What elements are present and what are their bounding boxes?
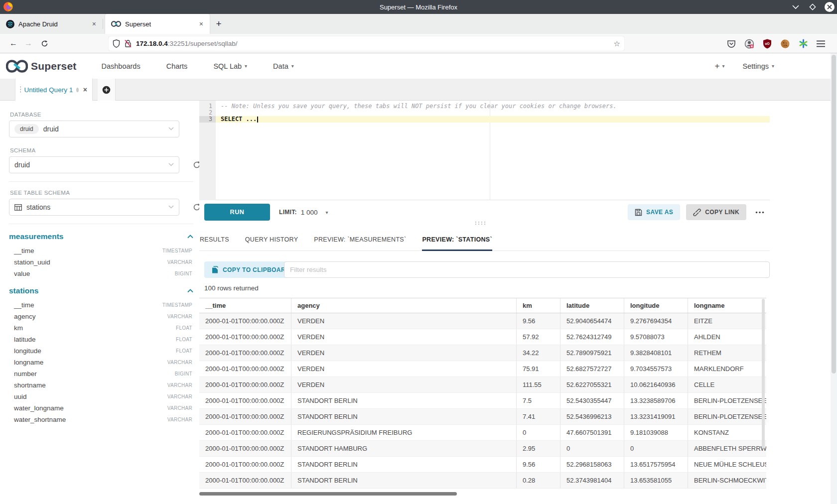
insecure-lock-icon[interactable] xyxy=(124,39,132,48)
forward-button[interactable]: → xyxy=(21,39,36,48)
header-cell[interactable]: __time xyxy=(199,298,291,313)
more-options-button[interactable] xyxy=(752,204,767,220)
page-scrollbar-thumb[interactable] xyxy=(832,55,836,374)
cell-latitude: 52.6227055321 xyxy=(560,377,624,392)
column-type: BIGINT xyxy=(175,371,192,377)
drag-handle-icon[interactable] xyxy=(19,86,21,94)
hamburger-menu-icon[interactable] xyxy=(817,40,825,47)
header-cell[interactable]: km xyxy=(517,298,560,313)
cell-agency: VERDEN xyxy=(291,377,517,392)
window-titlebar: Superset — Mozilla Firefox xyxy=(0,0,837,14)
table-title[interactable]: stations xyxy=(9,286,38,295)
tab-preview-measurements[interactable]: PREVIEW: `MEASUREMENTS` xyxy=(314,228,406,251)
cell-km: 7.41 xyxy=(517,409,560,424)
collapse-chevron-up-icon[interactable] xyxy=(187,289,193,293)
new-dropdown-button[interactable]: +▾ xyxy=(715,61,725,71)
query-tab-close-icon[interactable]: × xyxy=(83,86,87,94)
url-path: :32251/superset/sqllab/ xyxy=(168,40,238,47)
window-close-button[interactable] xyxy=(824,1,835,12)
header-cell[interactable]: longname xyxy=(688,298,766,313)
nav-data[interactable]: Data▾ xyxy=(260,62,307,70)
pocket-icon[interactable] xyxy=(727,39,736,48)
see-table-schema-label: SEE TABLE SCHEMA xyxy=(10,190,193,196)
cell-longitude: 10.0621640936 xyxy=(624,377,688,392)
table-row: 2000-01-01T00:00:00.000Z STANDORT HAMBUR… xyxy=(199,441,766,457)
collapse-chevron-up-icon[interactable] xyxy=(187,235,193,239)
add-query-tab-button[interactable] xyxy=(98,79,116,101)
caret-down-icon: ▾ xyxy=(722,63,725,69)
browser-tab-apache-druid[interactable]: Apache Druid × xyxy=(0,14,103,34)
sql-editor[interactable]: 1 2 3 -- Note: Unless you save your quer… xyxy=(199,101,770,200)
tab-close-icon[interactable]: × xyxy=(198,20,205,28)
cell-longname: MARKLENDORF xyxy=(688,361,766,377)
header-cell[interactable]: agency xyxy=(291,298,517,313)
shield-permissions-icon[interactable] xyxy=(113,39,120,48)
account-icon[interactable] xyxy=(744,39,754,49)
nav-charts[interactable]: Charts xyxy=(153,62,201,70)
table-row: 2000-01-01T00:00:00.000Z VERDEN 111.55 5… xyxy=(199,377,766,393)
link-icon xyxy=(693,208,701,216)
superset-brand[interactable]: Superset xyxy=(31,60,76,72)
divider xyxy=(9,224,193,224)
settings-menu[interactable]: Settings▾ xyxy=(743,62,774,70)
cell-time: 2000-01-01T00:00:00.000Z xyxy=(199,393,291,408)
filter-results-input[interactable] xyxy=(284,261,770,278)
cell-km: 0.28 xyxy=(517,473,560,488)
table-schema-select[interactable]: stations xyxy=(9,199,179,216)
nav-sql-lab[interactable]: SQL Lab▾ xyxy=(200,62,260,70)
new-tab-button[interactable]: + xyxy=(210,14,228,34)
window-minimize-button[interactable] xyxy=(790,1,801,12)
browser-tab-label: Apache Druid xyxy=(18,20,87,28)
column-type: VARCHAR xyxy=(167,314,192,319)
header-cell[interactable]: longitude xyxy=(624,298,688,313)
chevron-down-icon xyxy=(168,163,174,166)
tab-close-icon[interactable]: × xyxy=(91,20,98,28)
url-bar[interactable]: 172.18.0.4:32251/superset/sqllab/ ☆ xyxy=(109,36,624,51)
extension-asterisk-icon[interactable] xyxy=(799,39,808,48)
horizontal-scrollbar-thumb[interactable] xyxy=(199,492,457,496)
caret-down-icon: ▾ xyxy=(772,63,774,69)
column-row: station_uuid VARCHAR xyxy=(9,256,193,268)
schema-select[interactable]: druid xyxy=(9,156,179,173)
table-vertical-scrollbar-thumb[interactable] xyxy=(762,299,765,448)
save-as-button[interactable]: SAVE AS xyxy=(628,204,680,220)
column-name: uuid xyxy=(14,393,27,400)
column-type: VARCHAR xyxy=(167,259,192,265)
query-tab-untitled-query-1[interactable]: Untitled Query 1 × xyxy=(15,79,93,101)
tab-query-history[interactable]: QUERY HISTORY xyxy=(245,228,298,251)
copy-to-clipboard-button[interactable]: COPY TO CLIPBOARD xyxy=(204,261,297,278)
copy-link-button[interactable]: COPY LINK xyxy=(686,204,746,220)
cell-longitude: 9.57088073 xyxy=(624,329,688,345)
limit-dropdown[interactable]: LIMIT: 1 000 ▾ xyxy=(279,200,328,224)
nav-dashboards[interactable]: Dashboards xyxy=(88,62,153,70)
ublock-icon[interactable]: uO xyxy=(763,39,772,49)
cell-agency: STANDORT HAMBURG xyxy=(291,441,517,456)
reload-button[interactable] xyxy=(36,40,53,47)
column-row: water_longname VARCHAR xyxy=(9,402,193,414)
cell-km: 34.22 xyxy=(517,345,560,361)
cell-longitude: 13.6517575954 xyxy=(624,457,688,472)
browser-tab-superset[interactable]: Superset × xyxy=(105,14,210,34)
back-button[interactable]: ← xyxy=(6,39,21,48)
cell-km: 57.92 xyxy=(517,329,560,345)
tab-preview-stations[interactable]: PREVIEW: `STATIONS` xyxy=(422,228,492,251)
database-select[interactable]: druid druid xyxy=(9,121,179,137)
browser-toolbar: ← → 172.18.0.4:32251/superset/sqllab/ ☆ xyxy=(0,34,837,53)
column-row: number BIGINT xyxy=(9,368,193,379)
header-cell[interactable]: latitude xyxy=(560,298,624,313)
caret-down-icon: ▾ xyxy=(291,63,294,69)
window-maximize-button[interactable] xyxy=(807,1,818,12)
database-value: druid xyxy=(43,125,59,133)
cell-longname: BERLIN-PLOETZENSEE OP xyxy=(688,409,766,424)
tab-results[interactable]: RESULTS xyxy=(200,228,229,251)
page-scrollbar[interactable] xyxy=(831,53,837,504)
pane-resize-handle[interactable] xyxy=(474,221,487,225)
table-title[interactable]: measurements xyxy=(9,232,63,241)
run-button[interactable]: RUN xyxy=(204,204,270,221)
cell-latitude: 52.2968158063 xyxy=(560,457,624,472)
table-row: 2000-01-01T00:00:00.000Z VERDEN 34.22 52… xyxy=(199,345,766,361)
chevron-down-icon xyxy=(168,205,174,209)
bookmark-star-icon[interactable]: ☆ xyxy=(614,39,620,48)
cookie-icon[interactable] xyxy=(780,39,790,49)
cell-longname: NEUE MÜHLE SCHLEUSE OP xyxy=(688,457,766,472)
